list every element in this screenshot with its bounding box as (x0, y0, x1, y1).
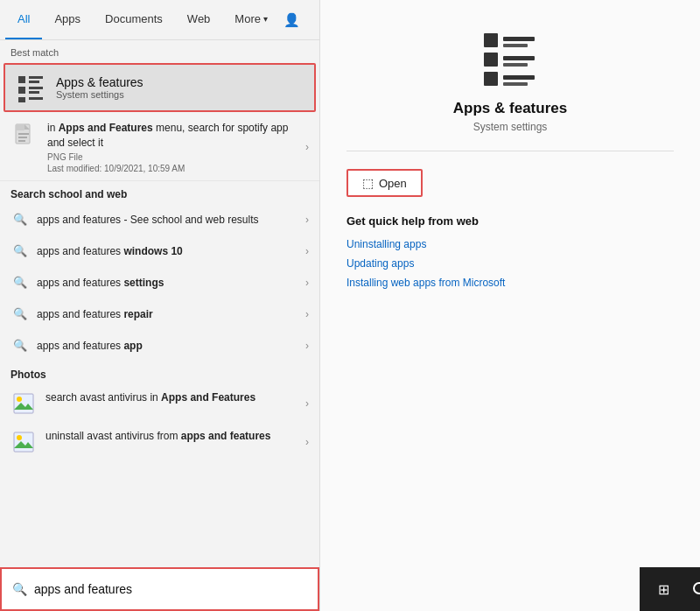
file-meta-date: Last modified: 10/9/2021, 10:59 AM (47, 164, 302, 173)
best-match-title: Apps & features (56, 75, 144, 89)
quick-help-title: Get quick help from web (346, 214, 674, 228)
svg-rect-23 (484, 53, 498, 67)
svg-rect-12 (18, 137, 27, 138)
start-button[interactable]: ⊞ (647, 572, 680, 606)
photo-item-2[interactable]: uninstall avast antivirus from apps and … (0, 423, 319, 461)
web-item-2[interactable]: 🔍 apps and features windows 10 › (0, 235, 319, 267)
svg-rect-24 (503, 56, 535, 60)
web-item-text-5: apps and features app (37, 340, 302, 352)
svg-rect-9 (16, 124, 24, 130)
file-item[interactable]: in Apps and Features menu, search for sp… (0, 114, 319, 181)
photo-file-icon-2 (10, 429, 37, 455)
svg-rect-13 (18, 140, 25, 142)
web-item-text-1: apps and features - See school and web r… (37, 214, 302, 226)
help-link-3[interactable]: Installing web apps from Microsoft (346, 277, 674, 289)
svg-rect-0 (18, 76, 25, 83)
right-content: Apps & features System settings ⬚ Open G… (320, 0, 700, 611)
search-bar-icon: 🔍 (12, 582, 27, 596)
file-meta-type: PNG File (47, 152, 302, 162)
arrow-icon-4: › (302, 308, 309, 320)
web-item-text-3: apps and features settings (37, 277, 302, 289)
search-icon-3: 🔍 (10, 273, 30, 292)
svg-rect-14 (14, 394, 33, 413)
file-content: in Apps and Features menu, search for sp… (47, 121, 302, 173)
search-input[interactable] (34, 582, 307, 596)
search-bar: 🔍 (0, 567, 319, 611)
arrow-icon-3: › (302, 277, 309, 289)
best-match-subtitle: System settings (56, 89, 144, 100)
arrow-icon-1: › (302, 214, 309, 226)
web-item-5[interactable]: 🔍 apps and features app › (0, 330, 319, 362)
svg-rect-11 (18, 133, 29, 135)
web-item-text-4: apps and features repair (37, 308, 302, 320)
tab-web[interactable]: Web (175, 0, 223, 39)
svg-rect-28 (503, 82, 528, 86)
photo-file-icon-1 (10, 390, 37, 417)
file-title: in Apps and Features menu, search for sp… (47, 121, 302, 151)
svg-rect-17 (14, 432, 33, 452)
svg-rect-3 (18, 87, 25, 94)
open-icon: ⬚ (362, 176, 374, 190)
svg-rect-6 (18, 97, 25, 102)
web-item-3[interactable]: 🔍 apps and features settings › (0, 267, 319, 298)
search-panel: All Apps Documents Web More ▾ 👤 ··· Best… (0, 0, 319, 611)
svg-rect-20 (484, 33, 498, 47)
open-btn-container: ⬚ Open (346, 169, 674, 197)
search-school-web-label: Search school and web (0, 181, 319, 204)
account-icon[interactable]: 👤 (280, 8, 304, 32)
arrow-icon-photo-1: › (302, 397, 309, 410)
search-icon-1: 🔍 (10, 210, 30, 229)
photo-item-1[interactable]: search avast antivirus in Apps and Featu… (0, 384, 319, 423)
svg-point-29 (694, 583, 700, 593)
svg-rect-26 (484, 72, 498, 86)
file-icon (10, 121, 38, 149)
svg-rect-21 (503, 37, 535, 41)
app-preview-subtitle: System settings (473, 121, 548, 133)
tab-bar: All Apps Documents Web More ▾ 👤 ··· (0, 0, 319, 40)
apps-features-icon (16, 72, 47, 103)
svg-rect-7 (29, 97, 43, 100)
app-preview-title: Apps & features (453, 100, 567, 117)
photo-title-2: uninstall avast antivirus from apps and … (46, 429, 302, 444)
svg-rect-25 (503, 63, 528, 67)
photo-content-1: search avast antivirus in Apps and Featu… (46, 390, 302, 405)
svg-point-15 (17, 397, 22, 402)
tab-apps[interactable]: Apps (42, 0, 93, 39)
tab-all[interactable]: All (5, 0, 42, 39)
open-button[interactable]: ⬚ Open (346, 169, 423, 197)
svg-rect-1 (29, 76, 43, 79)
best-match-text: Apps & features System settings (56, 75, 144, 100)
svg-rect-2 (29, 81, 39, 83)
search-icon-2: 🔍 (10, 242, 30, 261)
taskbar: ⊞ (640, 567, 700, 611)
photo-title-1: search avast antivirus in Apps and Featu… (46, 390, 302, 405)
best-match-label: Best match (0, 40, 319, 61)
arrow-icon-5: › (302, 340, 309, 352)
web-item-1[interactable]: 🔍 apps and features - See school and web… (0, 204, 319, 235)
web-item-4[interactable]: 🔍 apps and features repair › (0, 298, 319, 330)
svg-rect-22 (503, 44, 528, 47)
svg-rect-5 (29, 91, 39, 94)
help-link-2[interactable]: Updating apps (346, 257, 674, 270)
arrow-icon-2: › (302, 245, 309, 257)
tab-more[interactable]: More ▾ (222, 0, 280, 39)
search-icon-4: 🔍 (10, 305, 30, 324)
best-match-item[interactable]: Apps & features System settings (4, 63, 316, 112)
search-icon-5: 🔍 (10, 336, 30, 355)
svg-rect-27 (503, 75, 535, 80)
arrow-icon: › (302, 141, 309, 153)
scroll-area: Best match Apps & features System settin… (0, 40, 319, 567)
photos-label: Photos (0, 362, 319, 384)
web-item-text-2: apps and features windows 10 (37, 245, 302, 257)
search-taskbar-button[interactable] (683, 572, 700, 606)
app-preview-icon (479, 26, 542, 89)
svg-point-18 (17, 435, 22, 440)
right-panel: Apps & features System settings ⬚ Open G… (319, 0, 700, 611)
tab-documents[interactable]: Documents (93, 0, 175, 39)
app-preview: Apps & features System settings (346, 26, 674, 151)
arrow-icon-photo-2: › (302, 436, 309, 448)
help-link-1[interactable]: Uninstalling apps (346, 238, 674, 250)
photo-content-2: uninstall avast antivirus from apps and … (46, 429, 302, 444)
svg-rect-4 (29, 87, 43, 89)
